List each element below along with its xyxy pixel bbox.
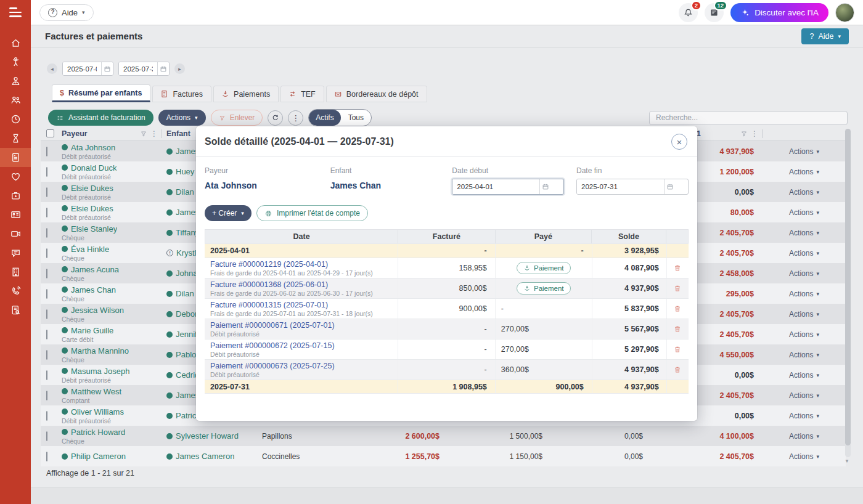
payer-name[interactable]: Jessica Wilson [71,306,124,315]
scrollbar-thumb[interactable] [845,129,851,445]
filter-active-option[interactable]: Actifs [309,110,340,126]
row-actions-button[interactable]: Actions ▾ [763,432,846,441]
payer-name[interactable]: Elsie Stanley [71,224,117,234]
entry-link[interactable]: Paiement #000000673 (2025-07-25) [210,362,398,370]
sidebar-item-calls[interactable] [0,282,31,301]
vertical-scrollbar[interactable] [845,129,851,457]
payer-name[interactable]: Donald Duck [71,163,117,173]
row-checkbox[interactable] [46,208,47,217]
payer-name[interactable]: Marie Guille [71,326,113,335]
notifications-button[interactable]: 2 [679,3,698,22]
payer-name[interactable]: Oliver Williams [71,407,124,417]
sidebar-item-first-aid[interactable] [0,186,31,205]
row-actions-button[interactable]: Actions ▾ [763,269,846,278]
col-payer-label[interactable]: Payeur [62,129,88,138]
next-period-button[interactable]: ▸ [174,63,185,74]
row-actions-button[interactable]: Actions ▾ [763,310,846,319]
row-actions-button[interactable]: Actions ▾ [763,229,846,237]
sidebar-item-registrations[interactable] [0,205,31,224]
select-all-checkbox[interactable] [46,129,54,137]
create-button[interactable]: + Créer▾ [205,205,252,221]
modal-end-date-input[interactable] [577,179,664,194]
sidebar-item-messages[interactable] [0,243,31,262]
tab-factures[interactable]: Factures [152,86,211,102]
filter-all-option[interactable]: Tous [341,110,371,126]
sidebar-item-schedule[interactable] [0,110,31,129]
sidebar-item-billing[interactable] [0,148,31,167]
payer-name[interactable]: Éva Hinkle [71,245,109,254]
tab-tef[interactable]: TEF [280,86,324,102]
ai-chat-button[interactable]: Discuter avec l'IA [730,3,828,22]
entry-link[interactable]: Facture #000001315 (2025-07-01) [210,301,398,309]
avatar[interactable] [835,3,854,22]
actions-dropdown-button[interactable]: Actions▾ [158,110,206,126]
row-checkbox[interactable] [46,167,47,177]
updates-button[interactable]: 12 [705,3,724,22]
calendar-icon[interactable] [664,179,676,194]
search-input[interactable] [649,111,848,125]
sidebar-item-groups[interactable] [0,91,31,110]
row-actions-button[interactable]: Actions ▾ [763,168,846,176]
row-checkbox[interactable] [46,370,47,380]
calendar-icon[interactable] [157,62,169,75]
help-menu-button[interactable]: ? Aide ▾ [39,4,94,21]
row-actions-button[interactable]: Actions ▾ [763,330,846,339]
entry-link[interactable]: Paiement #000000671 (2025-07-01) [210,321,398,330]
entry-link[interactable]: Facture #000001219 (2025-04-01) [210,260,398,269]
row-actions-button[interactable]: Actions ▾ [763,249,846,258]
tab-r-sum-par-enfants[interactable]: $Résumé par enfants [52,84,150,102]
payment-button[interactable]: Paiement [517,262,571,274]
row-checkbox[interactable] [46,411,47,421]
billing-assistant-button[interactable]: Assistant de facturation [48,110,153,126]
delete-entry-button[interactable] [667,339,689,359]
delete-entry-button[interactable] [667,299,689,319]
row-checkbox[interactable] [46,228,47,238]
delete-entry-button[interactable] [667,360,689,380]
payer-name[interactable]: James Chan [71,285,116,295]
row-actions-button[interactable]: Actions ▾ [763,188,846,197]
row-actions-button[interactable]: Actions ▾ [763,452,846,461]
child-link[interactable]: James Chan [330,181,452,190]
row-checkbox[interactable] [46,147,47,156]
delete-entry-button[interactable] [667,319,689,339]
sidebar-item-educators[interactable] [0,71,31,91]
payer-name[interactable]: Masuma Joseph [71,367,129,376]
refresh-button[interactable] [268,110,283,126]
payer-name[interactable]: Ata Johnson [71,143,115,152]
sidebar-item-waiting-list[interactable] [0,129,31,148]
row-actions-button[interactable]: Actions ▾ [763,371,846,380]
sidebar-item-cameras[interactable] [0,224,31,243]
sidebar-item-home[interactable] [0,33,31,52]
modal-start-date-input[interactable] [452,179,539,194]
row-checkbox[interactable] [46,330,47,339]
page-help-button[interactable]: ? Aide ▾ [801,28,849,44]
row-checkbox[interactable] [46,452,47,461]
delete-entry-button[interactable] [667,278,689,298]
row-checkbox[interactable] [46,289,47,299]
entry-link[interactable]: Paiement #000000672 (2025-07-15) [210,341,398,350]
calendar-icon[interactable] [539,179,551,194]
sidebar-item-health[interactable] [0,167,31,186]
menu-icon[interactable] [9,7,22,20]
row-actions-button[interactable]: Actions ▾ [763,391,846,400]
child-name[interactable]: Sylvester Howard [176,431,239,441]
scrollbar-down-arrow[interactable]: ▼ [845,458,849,464]
row-checkbox[interactable] [46,269,47,278]
calendar-icon[interactable] [101,62,113,75]
payer-name[interactable]: Elsie Dukes [71,184,113,193]
col-child-label[interactable]: Enfant [166,129,190,138]
row-actions-button[interactable]: Actions ▾ [763,147,846,156]
payer-name[interactable]: Elsie Dukes [71,204,113,213]
row-checkbox[interactable] [46,309,47,319]
row-checkbox[interactable] [46,350,47,360]
row-checkbox[interactable] [46,187,47,197]
previous-period-button[interactable]: ◂ [47,63,57,74]
payer-name[interactable]: Martha Mannino [71,346,129,356]
more-options-button[interactable]: ⋮ [288,110,303,126]
tab-bordereaux-de-d-p-t[interactable]: Bordereaux de dépôt [326,86,427,102]
payer-name[interactable]: James Acuna [71,265,119,274]
payer-name[interactable]: Patrick Howard [71,428,125,437]
row-actions-button[interactable]: Actions ▾ [763,208,846,217]
sidebar-item-reports[interactable] [0,301,31,320]
payer-name[interactable]: Philip Cameron [71,452,126,461]
